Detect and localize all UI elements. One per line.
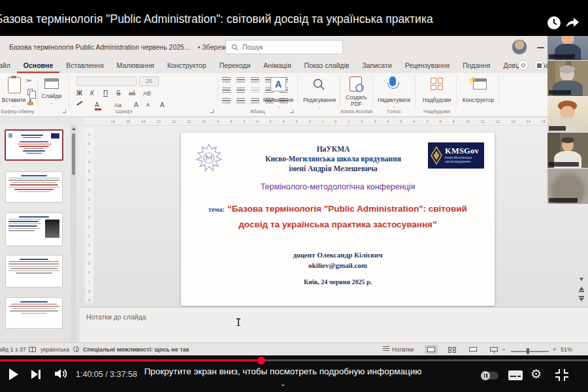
zoom-slider-thumb[interactable] xyxy=(527,348,529,354)
slide-thumbnail-4[interactable] xyxy=(5,255,63,287)
highlight-color-icon[interactable] xyxy=(76,101,82,105)
next-slide-button[interactable] xyxy=(578,295,585,302)
accessibility-status[interactable]: Спеціальні можливості: щось не так xyxy=(83,346,189,353)
previous-slide-button[interactable] xyxy=(578,286,585,293)
progress-fill xyxy=(0,359,261,361)
record-button[interactable] xyxy=(518,60,529,71)
city-date: Київ, 24 червня 2025 р. xyxy=(181,278,495,286)
addins-icon xyxy=(431,78,443,90)
reading-view-button[interactable] xyxy=(466,345,480,354)
tab-home[interactable]: Основне xyxy=(17,58,59,73)
share-icon[interactable] xyxy=(564,15,580,31)
author-name: доцент Олександр Кілієвич xyxy=(181,251,495,259)
tab-transitions[interactable]: Переходи xyxy=(213,58,257,73)
chevron-down-icon[interactable] xyxy=(0,377,566,389)
slide-thumbnail-1[interactable] xyxy=(5,129,63,161)
clear-format-button[interactable]: А xyxy=(160,101,165,110)
tab-view[interactable]: Подання xyxy=(456,58,497,73)
tab-slideshow[interactable]: Показ слайдів xyxy=(298,58,356,73)
notes-toggle-icon xyxy=(383,346,389,351)
kmsgov-logo: KMSGov Києво-Могилянська школа врядуванн… xyxy=(428,142,484,169)
present-button[interactable] xyxy=(534,60,544,71)
participant-video-5[interactable] xyxy=(547,169,588,204)
minimize-icon[interactable] xyxy=(537,47,544,48)
underline-button[interactable]: П xyxy=(103,89,108,98)
italic-button[interactable]: К xyxy=(90,89,94,98)
editing-icon xyxy=(312,78,325,91)
zoom-slider[interactable] xyxy=(511,351,549,352)
slide-thumbnail-2[interactable] xyxy=(5,171,63,203)
font-dialog-launcher[interactable] xyxy=(210,110,214,113)
organization-header: НаУКМА Києво-Могилянська школа врядуванн… xyxy=(238,144,428,174)
spellcheck-icon[interactable] xyxy=(29,347,36,352)
bold-button[interactable]: Ж xyxy=(76,89,82,98)
notes-placeholder: Нотатки до слайда xyxy=(86,313,146,321)
participant-name-badge xyxy=(549,90,571,95)
slide-thumbnail-panel xyxy=(0,125,80,342)
settings-gear-icon[interactable] xyxy=(531,367,542,381)
cut-icon[interactable]: ✂ xyxy=(26,77,31,84)
clipboard-group-label: Буфер обміну xyxy=(0,108,41,114)
tab-design[interactable]: Конструктор xyxy=(161,58,213,73)
slides-button[interactable]: Слайди xyxy=(38,93,65,99)
tab-review[interactable]: Рецензування xyxy=(399,58,456,73)
slide-thumbnail-3[interactable] xyxy=(5,212,63,246)
player-controls: 1:40:05 / 3:37:58 Прокрутите экран вниз,… xyxy=(0,355,588,392)
tab-draw[interactable]: Малювання xyxy=(110,58,161,73)
copy-icon[interactable] xyxy=(27,89,33,95)
zoom-out-button[interactable]: − xyxy=(502,346,505,353)
normal-view-button[interactable] xyxy=(425,345,438,354)
subtitles-icon[interactable] xyxy=(508,370,523,380)
slide-canvas[interactable]: НаУКМА Києво-Могилянська школа врядуванн… xyxy=(181,133,495,306)
search-box[interactable] xyxy=(225,40,343,54)
strikethrough-button[interactable]: S xyxy=(116,89,121,98)
addins-group-label: Надбудови xyxy=(419,108,454,114)
shrink-font-button[interactable]: А xyxy=(146,101,150,110)
character-spacing-button[interactable]: АВ xyxy=(143,89,151,98)
tab-file[interactable]: Файл xyxy=(0,58,17,73)
paragraph-dialog-launcher[interactable] xyxy=(290,110,293,113)
slide-sorter-view-button[interactable] xyxy=(446,345,459,354)
participant-video-2[interactable] xyxy=(547,61,588,96)
scroll-down-icon[interactable] xyxy=(578,276,585,282)
progress-bar[interactable] xyxy=(0,359,588,361)
thumbnail-preview xyxy=(7,216,61,231)
font-group-label: Шрифт xyxy=(105,108,144,114)
tab-help[interactable]: Довідка xyxy=(497,58,535,73)
progress-handle[interactable] xyxy=(257,357,265,365)
thumbnail-scrollbar[interactable] xyxy=(71,125,76,342)
zoom-level[interactable]: 51% xyxy=(561,346,572,353)
participant-video-4[interactable] xyxy=(547,133,588,168)
font-name-box[interactable] xyxy=(76,76,137,86)
search-input[interactable] xyxy=(242,43,327,51)
autoplay-toggle[interactable] xyxy=(482,372,498,380)
video-title-overlay: Базова термінологія "Public Administrati… xyxy=(0,0,588,36)
font-size-box[interactable]: 26 xyxy=(139,76,159,86)
slideshow-button[interactable] xyxy=(487,345,500,354)
watch-later-icon[interactable] xyxy=(546,15,562,31)
pdf-icon xyxy=(350,76,362,91)
vertical-ruler: 9 8 7 6 5 4 3 2 1 0 1 2 3 4 5 6 7 8 9 xyxy=(85,128,93,303)
slide-thumbnail-5[interactable] xyxy=(5,297,63,329)
paste-icon[interactable] xyxy=(8,77,21,93)
format-painter-icon[interactable] xyxy=(27,102,33,105)
language-indicator[interactable]: українська xyxy=(41,346,69,353)
text-shadow-button[interactable]: аб xyxy=(129,89,135,98)
search-icon xyxy=(231,44,238,51)
tab-record[interactable]: Записати xyxy=(355,58,398,73)
clipboard-dialog-launcher[interactable] xyxy=(63,110,66,113)
tab-insert[interactable]: Вставлення xyxy=(59,58,110,73)
notes-pane[interactable]: Нотатки до слайда xyxy=(80,307,588,342)
drawing-icon: A xyxy=(270,77,286,91)
thumbnail-preview xyxy=(7,301,61,314)
notes-toggle[interactable]: Нотатки xyxy=(392,346,414,353)
participant-video-3[interactable] xyxy=(547,97,588,132)
thumbnail-preview xyxy=(7,133,61,154)
new-slide-icon[interactable] xyxy=(44,78,59,89)
miniplayer-exit-icon[interactable] xyxy=(555,369,568,381)
tab-animations[interactable]: Анімація xyxy=(257,58,297,73)
account-avatar[interactable] xyxy=(512,39,527,55)
powerpoint-window: Базова термінологія Public Administratio… xyxy=(0,36,588,356)
zoom-in-button[interactable]: + xyxy=(553,346,556,353)
text-cursor xyxy=(238,318,239,326)
